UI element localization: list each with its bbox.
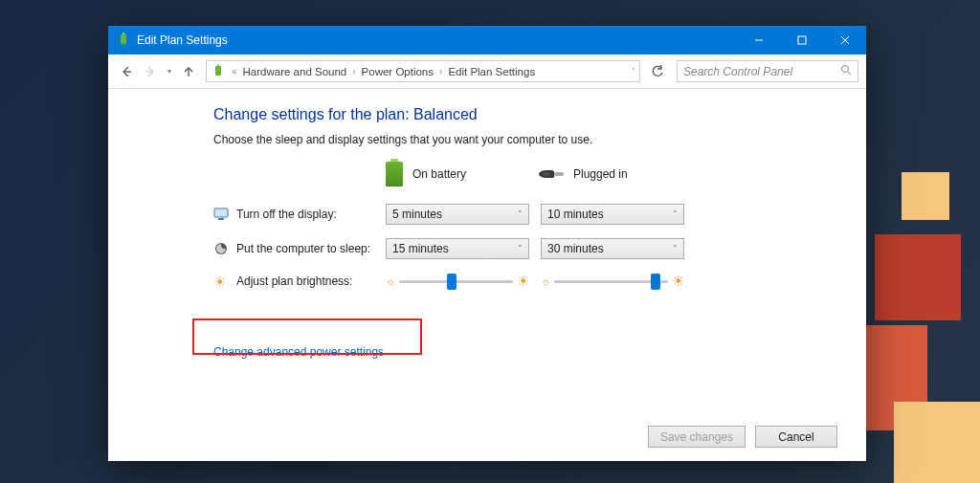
row-brightness-label: Adjust plan brightness: [236, 274, 352, 288]
decorative-square [894, 402, 980, 483]
breadcrumb-seg[interactable]: Hardware and Sound [243, 66, 347, 77]
sun-large-icon: ☀ [517, 273, 529, 290]
chevron-down-icon: ˅ [518, 209, 523, 219]
select-value: 10 minutes [547, 208, 604, 221]
sun-small-icon: ☼ [386, 275, 395, 287]
nav-back-button[interactable] [116, 61, 137, 82]
page-heading: Change settings for the plan: Balanced [213, 106, 833, 123]
sleep-plugged-select[interactable]: 30 minutes ˅ [541, 238, 684, 259]
nav-up-button[interactable] [178, 61, 199, 82]
window-title: Edit Plan Settings [137, 33, 737, 47]
svg-rect-4 [798, 36, 806, 44]
cancel-button[interactable]: Cancel [755, 426, 837, 448]
svg-rect-15 [218, 218, 224, 220]
column-plugged-label: Plugged in [573, 167, 628, 181]
display-plugged-select[interactable]: 10 minutes ˅ [541, 204, 684, 225]
slider-thumb[interactable] [651, 274, 660, 290]
window: Edit Plan Settings ▾ « Hardware and Soun… [108, 26, 866, 461]
breadcrumb-prefix: « [230, 66, 239, 77]
nav-forward-button[interactable] [140, 61, 161, 82]
chevron-down-icon: ˅ [518, 244, 523, 253]
plug-icon [539, 167, 564, 181]
refresh-button[interactable] [647, 61, 668, 82]
svg-line-13 [848, 72, 851, 75]
decorative-square [875, 234, 961, 320]
breadcrumb-seg[interactable]: Edit Plan Settings [448, 66, 535, 77]
minimize-button[interactable] [737, 26, 780, 55]
chevron-right-icon: › [350, 66, 357, 77]
select-value: 5 minutes [392, 208, 442, 221]
breadcrumb-dropdown[interactable]: ˅ [626, 67, 635, 76]
button-row: Save changes Cancel [648, 426, 837, 448]
row-sleep: Put the computer to sleep: 15 minutes ˅ … [213, 238, 833, 259]
svg-rect-10 [215, 66, 221, 76]
select-value: 30 minutes [547, 242, 604, 255]
breadcrumb[interactable]: « Hardware and Sound › Power Options › E… [206, 60, 640, 82]
advanced-power-settings-link[interactable]: Change advanced power settings [213, 345, 384, 359]
battery-icon [386, 162, 403, 187]
search-input[interactable] [683, 65, 840, 78]
decorative-square [902, 172, 949, 220]
row-display: Turn off the display: 5 minutes ˅ 10 min… [213, 204, 833, 225]
content-area: Change settings for the plan: Balanced C… [108, 89, 866, 461]
brightness-plugged-slider[interactable]: ☼ ☀ [541, 273, 684, 290]
app-icon [116, 33, 131, 48]
row-sleep-label: Put the computer to sleep: [236, 242, 370, 255]
column-headers: On battery Plugged in [213, 162, 833, 187]
row-brightness: ☀ Adjust plan brightness: ☼ ☀ ☼ ☀ [213, 273, 833, 290]
close-button[interactable] [823, 26, 866, 55]
slider-thumb[interactable] [447, 274, 457, 290]
svg-rect-14 [214, 209, 228, 217]
sleep-icon [213, 241, 229, 256]
slider-track[interactable] [399, 280, 513, 283]
titlebar: Edit Plan Settings [108, 26, 866, 55]
display-icon [213, 207, 229, 222]
power-options-icon [211, 64, 226, 79]
search-box[interactable] [677, 60, 858, 82]
svg-point-2 [122, 43, 125, 47]
column-plugged: Plugged in [539, 162, 692, 187]
svg-point-12 [842, 66, 849, 73]
svg-rect-1 [122, 33, 124, 34]
brightness-battery-slider[interactable]: ☼ ☀ [386, 273, 529, 290]
row-display-label: Turn off the display: [236, 208, 337, 221]
display-battery-select[interactable]: 5 minutes ˅ [386, 204, 529, 225]
slider-track[interactable] [554, 280, 668, 283]
brightness-icon: ☀ [213, 274, 229, 289]
maximize-button[interactable] [780, 26, 823, 55]
select-value: 15 minutes [392, 242, 449, 255]
sun-small-icon: ☼ [541, 275, 550, 287]
chevron-down-icon: ˅ [673, 244, 678, 253]
chevron-down-icon: ˅ [673, 209, 678, 219]
chevron-right-icon: › [437, 66, 444, 77]
column-battery: On battery [386, 162, 539, 187]
page-subtext: Choose the sleep and display settings th… [213, 133, 833, 146]
svg-rect-11 [217, 64, 219, 66]
sleep-battery-select[interactable]: 15 minutes ˅ [386, 238, 529, 259]
sun-large-icon: ☀ [672, 273, 684, 290]
search-icon [840, 64, 852, 78]
breadcrumb-seg[interactable]: Power Options [362, 66, 434, 77]
svg-rect-0 [121, 34, 126, 44]
column-battery-label: On battery [412, 167, 466, 181]
nav-history-dropdown[interactable]: ▾ [164, 61, 175, 82]
navbar: ▾ « Hardware and Sound › Power Options ›… [108, 55, 866, 89]
save-changes-button[interactable]: Save changes [648, 426, 746, 448]
